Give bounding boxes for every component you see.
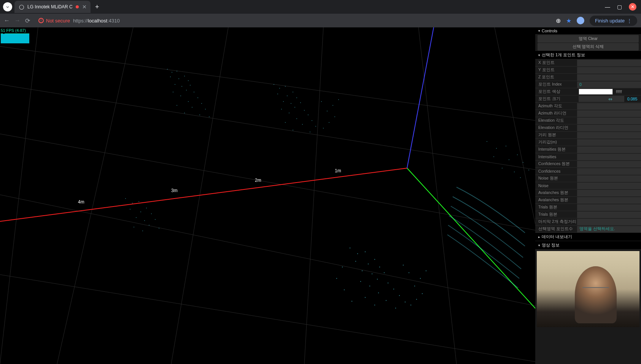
minimize-icon[interactable]: — [605, 4, 610, 10]
svg-point-121 [520, 177, 521, 178]
svg-point-102 [414, 286, 415, 286]
size-slider[interactable]: ⇔ [579, 96, 624, 102]
svg-point-80 [355, 261, 356, 262]
property-label: Azimuth 각도 [535, 103, 577, 109]
svg-point-51 [285, 122, 286, 123]
property-row: Elevation 라디언 [535, 124, 641, 132]
svg-point-118 [502, 168, 503, 168]
svg-point-100 [416, 299, 417, 300]
reload-button[interactable]: ⟳ [25, 17, 30, 24]
property-label: Confidences 원본 [535, 161, 577, 167]
security-indicator[interactable]: ! Not secure [38, 18, 70, 24]
svg-point-75 [159, 228, 159, 229]
svg-line-4 [0, 275, 550, 364]
svg-point-116 [517, 154, 518, 155]
property-row: 포인트 Index0 [535, 81, 641, 88]
delete-region-button[interactable]: 선택 영역의 삭제 [538, 43, 639, 51]
svg-point-85 [372, 273, 372, 274]
svg-point-18 [175, 84, 175, 85]
browser-tab[interactable]: ◯ LG Innotek MLiDAR C ✕ [14, 1, 91, 13]
svg-point-93 [399, 295, 400, 296]
property-value [577, 204, 641, 211]
svg-point-83 [379, 267, 380, 267]
svg-point-34 [274, 84, 274, 85]
property-label: Confidences [535, 169, 577, 173]
property-label: 거리 원본 [535, 132, 577, 138]
svg-point-50 [312, 120, 312, 121]
property-label: Elevation 각도 [535, 118, 577, 123]
install-app-icon[interactable]: ⊕ [556, 17, 561, 24]
svg-point-92 [378, 292, 379, 293]
property-label: Avalanches 원본 [535, 197, 577, 203]
svg-point-30 [205, 109, 206, 110]
new-tab-button[interactable]: + [95, 3, 99, 11]
property-value [577, 139, 641, 146]
svg-point-37 [277, 94, 278, 94]
svg-point-88 [360, 281, 361, 282]
back-button[interactable]: ← [4, 17, 10, 24]
property-value [577, 197, 641, 203]
svg-point-71 [144, 220, 145, 221]
property-row: Intensities [535, 153, 641, 161]
property-value [577, 161, 641, 167]
property-row: Avalanches 원본 [535, 189, 641, 197]
svg-point-82 [374, 259, 375, 260]
maximize-icon[interactable]: ▢ [617, 4, 622, 10]
property-row: Intensities 원본 [535, 146, 641, 153]
bookmark-icon[interactable]: ★ [566, 17, 571, 24]
svg-point-64 [132, 203, 133, 203]
svg-point-35 [279, 88, 280, 89]
lidar-viewport[interactable]: 51 FPS (4-87) [0, 27, 550, 364]
menu-icon: ⋮ [627, 18, 632, 24]
close-window-icon[interactable]: ✕ [629, 3, 636, 11]
svg-point-39 [293, 92, 293, 92]
warning-icon: ! [38, 18, 44, 23]
browser-url-bar: ← → ⟳ ! Not secure https://localhost:431… [0, 14, 641, 27]
svg-point-120 [528, 170, 529, 170]
svg-point-12 [172, 72, 172, 73]
property-row: Trials 원본 [535, 211, 641, 218]
property-value [577, 110, 641, 117]
tab-close-icon[interactable]: ✕ [82, 4, 87, 10]
tab-favicon: ◯ [18, 4, 24, 10]
svg-point-48 [308, 114, 309, 115]
section-video-info[interactable]: 영상 정보 [535, 241, 641, 250]
svg-point-25 [197, 97, 198, 98]
address-bar[interactable]: ! Not secure https://localhost:4310 [35, 18, 551, 24]
property-value [577, 125, 641, 131]
finish-update-button[interactable]: Finish update ⋮ [590, 16, 637, 26]
svg-point-101 [422, 293, 423, 294]
property-value [577, 103, 641, 110]
section-data-export[interactable]: 데이터 내보내기 [535, 233, 641, 241]
profile-icon[interactable] [577, 17, 584, 24]
x-axis [0, 168, 407, 221]
property-row: Avalanches 원본 [535, 197, 641, 204]
svg-point-104 [409, 272, 409, 273]
svg-point-114 [493, 156, 494, 157]
svg-point-111 [487, 141, 487, 142]
svg-point-87 [377, 279, 378, 280]
wave-pattern [447, 187, 525, 288]
forward-button[interactable]: → [14, 17, 21, 24]
property-row: 거리 원본 [535, 132, 641, 139]
section-controls[interactable]: Controls [535, 27, 641, 35]
camera-preview [537, 251, 639, 327]
svg-point-43 [300, 102, 301, 103]
property-row: 거리값(m) [535, 139, 641, 146]
property-label: Y 포인트 [535, 67, 577, 73]
svg-point-15 [178, 78, 179, 79]
svg-point-47 [289, 113, 289, 113]
tab-search-icon[interactable] [3, 2, 12, 11]
svg-point-112 [496, 148, 497, 149]
section-point-info[interactable]: 선택한 1개 포인트 정보 [535, 51, 641, 59]
axis-label-1m: 1m [335, 168, 341, 173]
clear-region-button[interactable]: 영역 Clear [538, 35, 639, 43]
url-actions: ⊕ ★ Finish update ⋮ [556, 16, 637, 26]
window-controls: — ▢ ✕ [605, 3, 641, 11]
svg-point-117 [523, 162, 523, 163]
footer-label: 마지막 2개 측정거리 [535, 219, 577, 224]
svg-point-105 [426, 270, 426, 271]
slider-value: 0.085 [626, 97, 641, 101]
color-swatch[interactable] [579, 89, 613, 95]
svg-line-8 [304, 27, 323, 364]
